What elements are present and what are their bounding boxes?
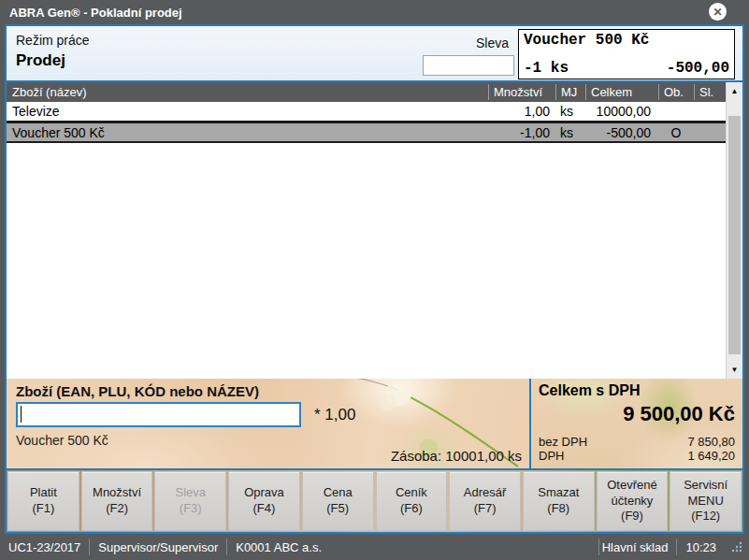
- button-key: (F2): [106, 501, 128, 517]
- quantity-multiplier: * 1,00: [314, 406, 355, 424]
- product-input-wrap: [16, 402, 301, 427]
- function-button-strip: Platit (F1) Množství (F2) Sleva (F3) Opr…: [7, 470, 742, 532]
- without-vat-value: 7 850,80: [687, 435, 735, 449]
- work-mode-value: Prodej: [16, 51, 65, 70]
- button-label: Sleva: [175, 485, 206, 501]
- customer-display-amount: -500,00: [667, 60, 729, 77]
- cell-qty: -1,00: [488, 125, 555, 140]
- service-menu-button[interactable]: Servisní MENU (F12): [670, 471, 742, 531]
- button-key: (F3): [180, 501, 202, 517]
- bottom-panel: Zboží (EAN, PLU, KÓD nebo NÁZEV) * 1,00 …: [7, 379, 742, 470]
- discount-label: Sleva: [476, 36, 509, 50]
- product-entry-panel: Zboží (EAN, PLU, KÓD nebo NÁZEV) * 1,00 …: [7, 379, 529, 468]
- button-label: Ceník: [396, 485, 427, 501]
- customer-display-line1: Voucher 500 Kč: [524, 32, 729, 49]
- button-key: (F12): [691, 509, 720, 524]
- button-label: Oprava: [244, 485, 284, 501]
- text-caret: [21, 406, 22, 423]
- header-mj[interactable]: MJ: [555, 84, 585, 100]
- cell-ob: O: [658, 125, 694, 140]
- cell-qty: 1,00: [488, 104, 555, 119]
- button-key: (F8): [547, 501, 569, 517]
- window-title: ABRA Gen® - Pokladní prodej: [9, 6, 182, 20]
- close-button[interactable]: ✕: [709, 3, 727, 21]
- button-key: (F1): [32, 501, 54, 517]
- button-key: (F6): [400, 501, 423, 517]
- button-label: Smazat: [538, 485, 579, 501]
- cell-name: Voucher 500 Kč: [7, 125, 488, 140]
- total-with-vat-value: 9 500,00 Kč: [539, 402, 735, 426]
- scanned-product-name: Voucher 500 Kč: [16, 433, 520, 448]
- discount-input[interactable]: [423, 55, 514, 76]
- total-with-vat-label: Celkem s DPH: [539, 382, 735, 399]
- items-table: Zboží (název) Množství MJ Celkem Ob. Sl.…: [7, 82, 742, 379]
- customer-display-line2: -1 ks -500,00: [524, 60, 729, 77]
- header-name[interactable]: Zboží (název): [7, 84, 488, 100]
- correction-button[interactable]: Oprava (F4): [228, 471, 300, 531]
- cell-mj: ks: [555, 125, 585, 140]
- table-row-selected[interactable]: Voucher 500 Kč -1,00 ks -500,00 O: [7, 122, 726, 143]
- status-company: K0001 ABC a.s.: [227, 538, 330, 555]
- without-vat-label: bez DPH: [539, 435, 587, 449]
- button-key: (F4): [253, 501, 276, 517]
- title-bar: ABRA Gen® - Pokladní prodej ✕: [0, 0, 749, 24]
- vat-label: DPH: [539, 449, 564, 463]
- status-right-group: Hlavní sklad 10:23: [598, 538, 743, 555]
- scroll-up-icon[interactable]: ▲: [727, 83, 742, 99]
- cell-total: -500,00: [585, 125, 658, 140]
- button-label: Platit: [30, 485, 57, 501]
- cell-name: Televize: [7, 104, 488, 119]
- customer-display: Voucher 500 Kč -1 ks -500,00: [518, 29, 735, 79]
- button-label: Množství: [93, 485, 141, 501]
- vertical-scrollbar[interactable]: ▲ ▼: [726, 82, 742, 379]
- product-input-label: Zboží (EAN, PLU, KÓD nebo NÁZEV): [16, 383, 520, 399]
- mode-panel: Režim práce Prodej Sleva Voucher 500 Kč …: [7, 26, 742, 82]
- header-qty[interactable]: Množství: [488, 84, 555, 100]
- header-ob[interactable]: Ob.: [658, 84, 694, 100]
- close-icon: ✕: [713, 7, 722, 18]
- items-grid: Zboží (název) Množství MJ Celkem Ob. Sl.…: [7, 82, 726, 143]
- button-label: Cena: [324, 485, 353, 501]
- work-mode-label: Režim práce: [16, 33, 90, 48]
- price-button[interactable]: Cena (F5): [302, 471, 374, 531]
- vat-row: DPH 1 649,20: [539, 449, 735, 463]
- button-key: (F5): [326, 501, 349, 517]
- resize-grip-icon[interactable]: [730, 540, 743, 553]
- status-warehouse: Hlavní sklad: [598, 538, 677, 555]
- quantity-button[interactable]: Množství (F2): [81, 471, 153, 531]
- button-label: Adresář: [464, 485, 507, 501]
- app-window: ABRA Gen® - Pokladní prodej ✕ Režim prác…: [0, 0, 749, 560]
- product-search-input[interactable]: [16, 402, 301, 427]
- header-sl[interactable]: Sl.: [694, 84, 726, 100]
- header-total[interactable]: Celkem: [585, 84, 658, 100]
- stock-info: Zásoba: 10001,00 ks: [391, 448, 522, 464]
- button-label: Servisní MENU: [672, 478, 739, 510]
- totals-panel: Celkem s DPH 9 500,00 Kč bez DPH 7 850,8…: [529, 379, 742, 468]
- button-label: Otevřené účtenky: [599, 478, 666, 510]
- grid-header: Zboží (název) Množství MJ Celkem Ob. Sl.: [7, 82, 726, 102]
- table-row[interactable]: Televize 1,00 ks 10000,00: [7, 102, 726, 122]
- without-vat-row: bez DPH 7 850,80: [539, 435, 735, 449]
- status-bar: UC1-23/2017 Supervisor/Supervisor K0001 …: [0, 534, 749, 560]
- open-receipts-button[interactable]: Otevřené účtenky (F9): [597, 471, 669, 531]
- delete-button[interactable]: Smazat (F8): [523, 471, 595, 531]
- cell-mj: ks: [555, 104, 585, 119]
- vat-value: 1 649,20: [687, 449, 735, 463]
- address-book-button[interactable]: Adresář (F7): [449, 471, 521, 531]
- discount-button: Sleva (F3): [154, 471, 226, 531]
- status-register-id: UC1-23/2017: [6, 538, 90, 555]
- price-list-button[interactable]: Ceník (F6): [376, 471, 448, 531]
- pay-button[interactable]: Platit (F1): [7, 471, 79, 531]
- cell-total: 10000,00: [585, 104, 658, 119]
- scroll-down-icon[interactable]: ▼: [727, 362, 742, 378]
- button-key: (F9): [621, 509, 643, 524]
- status-clock: 10:23: [676, 538, 725, 555]
- status-user: Supervisor/Supervisor: [90, 538, 227, 555]
- content-frame: Režim práce Prodej Sleva Voucher 500 Kč …: [5, 24, 744, 534]
- product-input-row: * 1,00: [16, 402, 520, 427]
- customer-display-qty: -1 ks: [524, 60, 569, 77]
- button-key: (F7): [474, 501, 497, 517]
- scrollbar-thumb[interactable]: [728, 116, 741, 354]
